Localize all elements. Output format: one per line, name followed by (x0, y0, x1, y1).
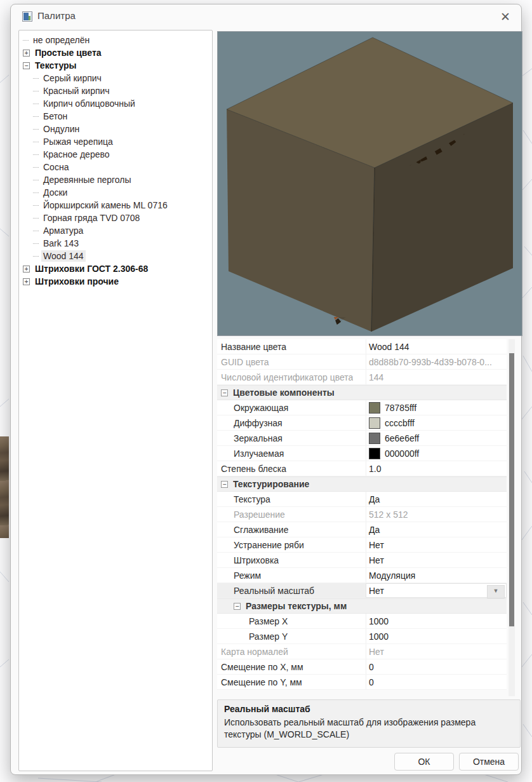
collapse-icon[interactable]: − (221, 481, 228, 488)
property-label: GUID цвета (221, 357, 269, 367)
property-value[interactable]: 512 x 512 (366, 507, 507, 522)
texture-preview-3d[interactable] (217, 31, 522, 336)
property-row[interactable]: Диффузнаяccccbfff (217, 415, 507, 431)
tree-item[interactable]: Бетон (19, 110, 212, 123)
tree-item[interactable]: Красное дерево (19, 148, 212, 161)
property-group-row[interactable]: −Текстурирование (217, 476, 507, 492)
tree-item[interactable]: Сосна (19, 161, 212, 173)
property-value[interactable]: 1000 (366, 629, 507, 644)
property-row[interactable]: ТекстураДа (217, 492, 507, 507)
color-swatch[interactable] (369, 448, 380, 459)
tree-item[interactable]: Доски (19, 186, 212, 199)
tree-branch-line (33, 91, 39, 91)
tree-item[interactable]: +Штриховки ГОСТ 2.306-68 (19, 262, 212, 275)
tree-item[interactable]: +Штриховки прочие (19, 275, 212, 288)
scrollbar-thumb[interactable] (509, 353, 514, 626)
property-value[interactable]: 000000ff (366, 446, 507, 461)
grid-scrollbar[interactable] (509, 339, 515, 696)
property-row[interactable]: Зеркальная6e6e6eff (217, 431, 507, 446)
property-value[interactable]: Нет (366, 537, 507, 552)
property-value[interactable]: Нет (366, 553, 507, 567)
property-row[interactable]: СглаживаниеДа (217, 522, 507, 537)
expand-icon[interactable]: + (23, 50, 30, 57)
property-label: Режим (234, 570, 261, 581)
property-value-text: 512 x 512 (369, 509, 408, 520)
cancel-button[interactable]: Отмена (459, 753, 519, 771)
chevron-down-icon[interactable]: ▼ (487, 585, 505, 598)
property-row[interactable]: Реальный масштабНет▼ (217, 583, 507, 598)
property-group-row[interactable]: −Размеры текстуры, мм (217, 598, 507, 614)
tree-branch-line (33, 192, 39, 193)
tree-item-label: Йоркширский камень ML 0716 (41, 199, 170, 211)
tree-item[interactable]: Рыжая черепица (19, 135, 212, 148)
tree-item[interactable]: Арматура (19, 224, 212, 237)
tree-item[interactable]: Wood 144 (19, 250, 212, 262)
tree-item[interactable]: Ондулин (19, 123, 212, 135)
property-value[interactable]: 0 (366, 659, 507, 674)
property-value[interactable]: 1000 (366, 614, 507, 628)
title-bar[interactable]: Палитра ✕ (11, 4, 521, 29)
tree-item-label: Доски (41, 187, 69, 198)
property-label: Размер Y (249, 631, 288, 642)
color-swatch[interactable] (369, 433, 380, 444)
property-value[interactable]: 6e6e6eff (366, 431, 507, 445)
tree-branch-line (33, 167, 39, 168)
property-row[interactable]: Числовой идентификатор цвета144 (217, 370, 507, 385)
property-row[interactable]: Окружающая78785fff (217, 400, 507, 415)
property-row[interactable]: Смещение по Y, мм0 (217, 675, 507, 690)
close-icon[interactable]: ✕ (497, 10, 514, 25)
property-group-row[interactable]: −Цветовые компоненты (217, 385, 507, 400)
collapse-icon[interactable]: − (23, 62, 30, 69)
property-row[interactable]: Разрешение512 x 512 (217, 507, 507, 522)
property-value[interactable]: Да (366, 522, 507, 537)
tree-branch-line (23, 40, 29, 41)
property-label: Карта нормалей (221, 647, 288, 657)
property-value[interactable]: 78785fff (366, 400, 507, 415)
property-row[interactable]: Излучаемая000000ff (217, 446, 507, 461)
property-row[interactable]: GUID цветаd8d88b70-993b-4d39-b078-0... (217, 354, 507, 370)
property-row[interactable]: Степень блеска1.0 (217, 461, 507, 476)
property-value[interactable]: 144 (366, 370, 507, 384)
property-value[interactable]: ccccbfff (366, 415, 507, 430)
property-label: Сглаживание (234, 525, 288, 535)
property-row[interactable]: РежимМодуляция (217, 568, 507, 583)
property-row[interactable]: ШтриховкаНет (217, 553, 507, 568)
tree-item[interactable]: Кирпич облицовочный (19, 97, 212, 110)
tree-item[interactable]: Красный кирпич (19, 84, 212, 97)
tree-item[interactable]: Горная гряда TVD 0708 (19, 212, 212, 224)
property-row[interactable]: Смещение по X, мм0 (217, 659, 507, 675)
tree-item[interactable]: Йоркширский камень ML 0716 (19, 199, 212, 212)
expand-icon[interactable]: + (23, 278, 30, 285)
tree-item-label: Сосна (41, 161, 70, 173)
collapse-icon[interactable]: − (221, 389, 228, 396)
property-value-text: 144 (369, 372, 383, 382)
property-value[interactable]: Нет (366, 644, 507, 659)
tree-item[interactable]: Деревянные перголы (19, 173, 212, 186)
color-swatch[interactable] (369, 417, 380, 429)
property-value[interactable]: Модуляция (366, 568, 507, 583)
property-row[interactable]: Размер Y1000 (217, 629, 507, 644)
ok-button[interactable]: ОК (394, 753, 454, 771)
property-value[interactable]: d8d88b70-993b-4d39-b078-0... (366, 354, 507, 369)
property-value-text: Да (369, 494, 380, 504)
property-value[interactable]: 1.0 (366, 461, 507, 476)
tree-item[interactable]: Серый кирпич (19, 72, 212, 84)
property-row[interactable]: Название цветаWood 144 (217, 339, 507, 354)
tree-item[interactable]: не определён (19, 34, 212, 46)
tree-item[interactable]: Bark 143 (19, 237, 212, 250)
description-title: Реальный масштаб (224, 704, 514, 714)
property-value[interactable]: Wood 144 (366, 339, 507, 354)
expand-icon[interactable]: + (23, 266, 30, 273)
property-value-text: Нет (369, 647, 384, 657)
property-row[interactable]: Устранение рябиНет (217, 537, 507, 553)
property-row[interactable]: Размер X1000 (217, 614, 507, 629)
tree-item[interactable]: −Текстуры (19, 59, 212, 72)
property-value[interactable]: Нет▼ (366, 583, 507, 598)
tree-item[interactable]: +Простые цвета (19, 46, 212, 59)
color-swatch[interactable] (369, 402, 380, 414)
property-value[interactable]: 0 (366, 675, 507, 689)
collapse-icon[interactable]: − (234, 603, 241, 610)
property-row[interactable]: Карта нормалейНет (217, 644, 507, 659)
property-value[interactable]: Да (366, 492, 507, 506)
property-label: Окружающая (234, 403, 288, 413)
